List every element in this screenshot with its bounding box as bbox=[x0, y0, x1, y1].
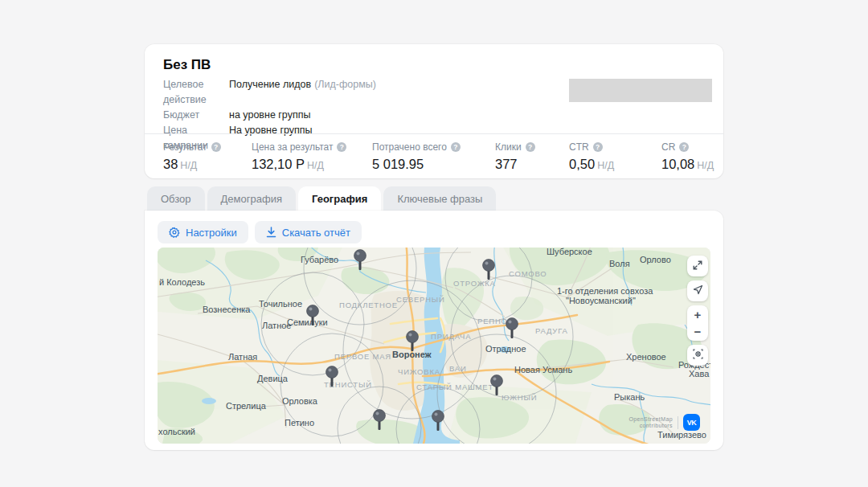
stat-value: 38 bbox=[163, 157, 178, 171]
map-city-label: Семилуки bbox=[287, 317, 328, 327]
map-district-label: СТАРЫЙ МАШМЕТ bbox=[416, 383, 493, 391]
map-city-label: Губарёво bbox=[301, 255, 338, 264]
map-district-label: ПЕРВОЕ МАЯ bbox=[334, 352, 391, 361]
map-district-label: ПРИДАЧА bbox=[431, 332, 471, 341]
download-icon bbox=[266, 227, 276, 238]
settings-button[interactable]: Настройки bbox=[158, 221, 248, 244]
help-icon[interactable]: ? bbox=[679, 142, 689, 152]
stats-row: Результат? 38Н/Д Цена за результат? 132,… bbox=[163, 141, 715, 172]
osm-credit[interactable]: OpenStreetMap contributors bbox=[628, 416, 673, 429]
stat-result: Результат? 38Н/Д bbox=[163, 141, 252, 172]
stat-suffix: Н/Д bbox=[307, 160, 324, 171]
download-button-label: Скачать отчёт bbox=[282, 227, 350, 239]
stat-suffix: Н/Д bbox=[597, 160, 614, 171]
tab-keywords[interactable]: Ключевые фразы bbox=[383, 186, 496, 211]
map-city-label: Точильное bbox=[259, 299, 302, 309]
field-budget: Бюджет на уровне группы bbox=[163, 108, 376, 123]
field-target-action: Целевое действие Получение лидов (Лид-фо… bbox=[163, 77, 376, 108]
map-city-label: Воля bbox=[609, 259, 630, 268]
vk-logo[interactable]: VK bbox=[683, 414, 700, 431]
map-city-label: Вознесенка bbox=[203, 305, 251, 314]
campaign-title: Без ПВ bbox=[163, 57, 211, 73]
map-canvas[interactable]: Губарёвой КолодезьВознесенкаТочильноеЛат… bbox=[158, 248, 710, 444]
stat-suffix: Н/Д bbox=[697, 160, 714, 171]
map-toolbar: Настройки Скачать отчёт bbox=[158, 221, 362, 244]
map-city-label: хольский bbox=[158, 427, 195, 436]
zoom-control: + − bbox=[687, 305, 708, 341]
download-report-button[interactable]: Скачать отчёт bbox=[255, 221, 362, 244]
stat-value: 5 019.95 bbox=[372, 157, 424, 171]
field-value: Получение лидов bbox=[229, 77, 311, 108]
stat-cr: CR? 10,08Н/Д bbox=[661, 141, 734, 172]
map-district-label: ВАИ bbox=[449, 364, 467, 373]
stat-ctr: CTR? 0,50Н/Д bbox=[569, 141, 661, 172]
locate-icon bbox=[693, 349, 703, 362]
stat-value: 132,10 Р bbox=[252, 157, 305, 171]
stat-label: Клики bbox=[495, 141, 522, 153]
help-icon[interactable]: ? bbox=[593, 142, 603, 152]
map-district-label: ЮЖНЫЙ bbox=[502, 393, 537, 402]
expand-icon bbox=[693, 260, 702, 272]
tab-demography[interactable]: Демография bbox=[207, 186, 296, 211]
help-icon[interactable]: ? bbox=[451, 142, 461, 152]
map-district-label: СЕВЕРНЫЙ bbox=[396, 295, 445, 304]
stat-label: Цена за результат bbox=[252, 141, 333, 153]
field-value: на уровне группы bbox=[229, 108, 310, 123]
divider bbox=[145, 133, 723, 134]
stat-label: CR bbox=[661, 141, 675, 153]
stat-clicks: Клики? 377 bbox=[495, 141, 569, 172]
pan-to-location-button[interactable] bbox=[687, 280, 708, 301]
stat-label: CTR bbox=[569, 141, 589, 153]
map-district-label: ЧИЖОВКА bbox=[398, 367, 440, 376]
stat-suffix: Н/Д bbox=[180, 160, 197, 171]
field-label: Целевое действие bbox=[163, 77, 229, 108]
divider bbox=[678, 416, 678, 429]
gear-icon bbox=[169, 227, 180, 238]
map-district-label: СОМОВО bbox=[509, 269, 547, 278]
map-district-label: РАДУГА bbox=[535, 326, 568, 335]
report-tabs: Обзор Демография География Ключевые фраз… bbox=[147, 186, 496, 211]
map-city-label: Орлово bbox=[640, 255, 671, 264]
tab-overview[interactable]: Обзор bbox=[147, 186, 205, 211]
geography-panel: Настройки Скачать отчёт bbox=[145, 211, 723, 450]
redacted-box bbox=[569, 79, 712, 102]
map-city-label: Хава bbox=[689, 369, 710, 379]
map-city-label: Новая Усмань bbox=[514, 365, 572, 374]
locate-me-button[interactable] bbox=[687, 345, 708, 366]
field-value-secondary: (Лид-формы) bbox=[314, 77, 376, 108]
stat-value: 10,08 bbox=[661, 157, 694, 171]
map-city-label: Отрадное bbox=[485, 344, 526, 354]
map-controls: + − bbox=[687, 256, 708, 366]
stat-value: 377 bbox=[495, 157, 518, 171]
stat-spent-total: Потрачено всего? 5 019.95 bbox=[372, 141, 495, 172]
zoom-in-button[interactable]: + bbox=[687, 306, 708, 323]
help-icon[interactable]: ? bbox=[211, 142, 221, 152]
fullscreen-button[interactable] bbox=[687, 256, 708, 276]
stat-label: Результат bbox=[163, 141, 207, 153]
tab-geography[interactable]: География bbox=[298, 186, 381, 211]
zoom-out-button[interactable]: − bbox=[687, 323, 708, 340]
map-city-label: Орловка bbox=[282, 396, 318, 406]
map-city-label: Девица bbox=[257, 374, 289, 383]
help-icon[interactable]: ? bbox=[337, 142, 346, 152]
map-city-label: "Новоусманский" bbox=[566, 296, 636, 305]
map-city-label: 1-го отделения совхоза bbox=[557, 286, 653, 296]
map-attribution: OpenStreetMap contributors VK bbox=[628, 414, 700, 431]
settings-button-label: Настройки bbox=[186, 227, 237, 239]
map-city-label: Петино bbox=[285, 418, 314, 428]
map-city-label: Латная bbox=[228, 352, 257, 362]
stat-value: 0,50 bbox=[569, 157, 595, 171]
map-city-label: Рыкань bbox=[614, 392, 645, 402]
map-district-label: ПОДКЛЕТНОЕ bbox=[339, 301, 398, 309]
map-district-label: ОТРОЖКА bbox=[453, 279, 496, 288]
help-icon[interactable]: ? bbox=[526, 142, 535, 152]
send-arrow-icon bbox=[693, 284, 703, 297]
stat-cost-per-result: Цена за результат? 132,10 РН/Д bbox=[252, 141, 372, 172]
map-city-label: Тимирязево bbox=[657, 430, 706, 440]
stat-label: Потрачено всего bbox=[372, 141, 447, 153]
map-city-label: Хреновое bbox=[626, 352, 666, 362]
map-city-label: Шуберское bbox=[547, 248, 592, 256]
field-label: Бюджет bbox=[163, 108, 229, 123]
campaign-card: Без ПВ Целевое действие Получение лидов … bbox=[145, 44, 723, 178]
map-city-label: Стрелица bbox=[226, 401, 267, 411]
